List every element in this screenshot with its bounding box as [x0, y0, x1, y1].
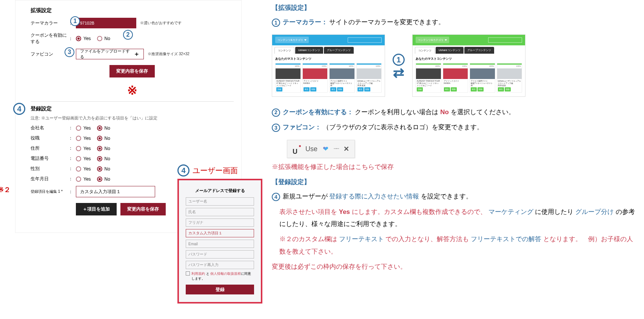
preview-tab-2[interactable]: Ushareコンテンツ	[295, 47, 323, 54]
coupon-no-radio[interactable]	[97, 36, 102, 41]
thumb-button[interactable]: 再生	[357, 87, 364, 92]
reg-yes-label: Yes	[83, 166, 91, 172]
thumb-button[interactable]: 削除	[478, 87, 484, 92]
thumb-button[interactable]: 再生	[444, 87, 450, 92]
reg-yes-label: Yes	[83, 136, 91, 141]
preview-thumb[interactable]: 100%Ushareユーザーマニュアル スタートアップ編田澤 恵美再生削除	[356, 63, 382, 93]
thumb-button[interactable]: 詳細	[417, 87, 423, 92]
reg-yes-radio[interactable]	[76, 136, 81, 141]
reg-yes-label: Yes	[83, 177, 91, 182]
thumb-caption: ALREADY FAMOUS TOUR 17 舞台エピソード ドキュメントエピソ…	[416, 79, 441, 87]
coupon-yes-radio[interactable]	[76, 36, 81, 41]
instr-newuser-c: を設定できます。	[421, 193, 472, 200]
thumb-image	[416, 68, 441, 79]
password-confirm-field[interactable]: パスワード再入力	[186, 261, 254, 269]
kana-field[interactable]: フリガナ	[186, 218, 254, 227]
preview-thumb[interactable]: 100%Ushareユーザーマニュアル スタートアップ編田澤 恵美再生削除	[497, 63, 522, 93]
preview-menu-btn[interactable]: コンテンツ&カテゴリ	[416, 37, 449, 43]
thumb-button[interactable]: 再生	[304, 87, 310, 92]
reg-no-radio[interactable]	[97, 177, 102, 182]
thumb-button[interactable]: 詳細	[276, 87, 282, 92]
thumb-caption: アクセス履歴テスト極道Tマネージャーテスト用	[330, 79, 354, 87]
preview-tab-1[interactable]: コンテンツ	[415, 47, 435, 54]
reg-yes-label: Yes	[83, 125, 91, 131]
reg-yes-radio[interactable]	[76, 125, 81, 131]
thumb-button[interactable]: 再生	[471, 87, 477, 92]
add-item-button[interactable]: ＋項目を追加	[76, 203, 117, 215]
username-field[interactable]: ユーザー名	[186, 197, 254, 206]
instr-newuser-a: 新規ユーザーが	[283, 193, 328, 200]
thumb-buttons: 再生削除	[357, 87, 382, 93]
swap-arrows-wrap: 1 ⇄	[393, 54, 405, 77]
preview-thumb[interactable]: 100%アイマックガイドKANDA再生削除	[443, 63, 468, 93]
register-button[interactable]: 登録	[186, 285, 254, 294]
reg-no-radio[interactable]	[97, 146, 102, 151]
favicon-row: ファビコン 3 ： ファイルをアップロードする ＋ ※推奨画像サイズ 32×32	[31, 49, 234, 59]
reg-yes-radio[interactable]	[76, 177, 81, 182]
thumb-button[interactable]: 削除	[364, 87, 370, 92]
reg-yes-radio[interactable]	[76, 146, 81, 151]
user-screen-title-row: 4 ユーザー画面	[177, 164, 262, 177]
coupon-label: クーポンを有効にする	[31, 32, 68, 45]
reg-no-radio[interactable]	[97, 125, 102, 131]
preview-menu-btn[interactable]: コンテンツ&カテゴリ	[275, 37, 309, 43]
preview-thumb[interactable]: 100%ALREADY FAMOUS TOUR 17 舞台エピソード ドキュメン…	[416, 63, 441, 93]
instr-coupon-text1: クーポンを利用しない場合は	[355, 108, 438, 116]
terms-link-2[interactable]: 個人情報の取扱規程	[210, 272, 241, 276]
thumb-button[interactable]: 再生	[330, 87, 336, 92]
instr-num-4: 4	[272, 193, 280, 201]
terms-checkbox[interactable]	[186, 271, 190, 276]
instr-theme-label: テーマカラー：	[283, 19, 328, 26]
reg-radio-group: YesNo	[76, 177, 114, 182]
colon: ：	[68, 189, 76, 195]
theme-color-label: テーマカラー	[31, 20, 68, 26]
custom-field[interactable]: カスタム入力項目１	[186, 229, 254, 237]
close-icon[interactable]: ✕	[344, 142, 349, 155]
colon: ：	[68, 125, 76, 131]
terms-row: 利用規約 と 個人情報の取扱規程に同意します。	[186, 271, 254, 281]
instr-coupon-text2: を選択してください。	[451, 108, 515, 116]
thumb-button[interactable]: 削除	[337, 87, 343, 92]
save-row-1: 変更内容を保存	[31, 65, 234, 77]
reg-no-radio[interactable]	[97, 136, 102, 141]
theme-color-input[interactable]: 97102B	[76, 18, 136, 28]
thumb-buttons: 再生削除	[303, 87, 328, 93]
preview-search[interactable]	[488, 37, 522, 43]
custom-item-input[interactable]	[76, 186, 155, 197]
reg-no-label: No	[105, 136, 110, 141]
preview-tab-1[interactable]: コンテンツ	[274, 47, 294, 54]
email-field[interactable]: Email	[186, 240, 254, 248]
thumb-percent: 100%	[357, 65, 382, 68]
preview-tab-3[interactable]: グループコンテンツ	[464, 47, 494, 54]
reg-no-radio[interactable]	[97, 166, 102, 172]
reg-yes-radio[interactable]	[76, 156, 81, 161]
thumb-button[interactable]: 削除	[451, 87, 457, 92]
preview-tab-3[interactable]: グループコンテンツ	[324, 47, 354, 54]
preview-body-title: あなたのマストコンテンツ	[416, 56, 522, 62]
preview-thumb[interactable]: 100%ALREADY FAMOUS TOUR 17 舞台エピソード ドキュメン…	[275, 63, 301, 93]
thumb-button[interactable]: 削除	[505, 87, 511, 92]
preview-search[interactable]	[348, 37, 382, 43]
reg-yes-radio[interactable]	[76, 166, 81, 172]
preview-tab-2[interactable]: Ushareコンテンツ	[436, 47, 464, 54]
terms-link-1[interactable]: 利用規約	[191, 272, 205, 276]
coupon-yes-label: Yes	[83, 36, 91, 41]
colon: ：	[68, 135, 76, 141]
instr-theme-text: サイトのテーマカラーを変更できます。	[329, 19, 445, 26]
password-field[interactable]: パスワード	[186, 250, 254, 259]
thumb-button[interactable]: 削除	[310, 87, 316, 92]
instr5e: に使用したり	[535, 208, 573, 215]
instr6b: フリーテキスト	[339, 235, 384, 243]
preview-thumb[interactable]: 100%アイマックガイドKANDA再生削除	[302, 63, 328, 93]
preview-thumb[interactable]: 100%アクセス履歴テスト極道Tマネージャーテスト用再生削除	[329, 63, 355, 93]
favicon-upload-input[interactable]: ファイルをアップロードする ＋	[76, 49, 144, 59]
name-field[interactable]: 氏名	[186, 208, 254, 216]
preview-blue-header: コンテンツ&カテゴリ	[272, 35, 385, 45]
thumb-button[interactable]: 再生	[498, 87, 504, 92]
thumb-percent: 100%	[416, 65, 441, 68]
reg-no-label: No	[105, 125, 110, 131]
save-button-1[interactable]: 変更内容を保存	[109, 65, 155, 77]
save-button-2[interactable]: 変更内容を保存	[120, 203, 166, 215]
reg-no-radio[interactable]	[97, 156, 102, 161]
preview-thumb[interactable]: 100%アクセス履歴テスト極道Tマネージャーテスト用再生削除	[470, 63, 495, 93]
